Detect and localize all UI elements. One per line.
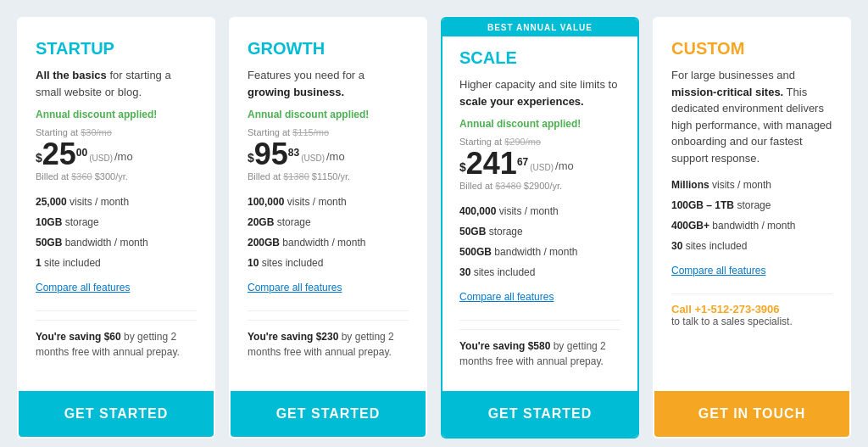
phone-suffix: to talk to a sales specialist.	[671, 316, 793, 327]
features-list-growth: 100,000 visits / month20GB storage200GB …	[248, 192, 409, 273]
plan-description-growth: Features you need for a growing business…	[248, 67, 409, 100]
plan-description-scale: Higher capacity and site limits to scale…	[459, 76, 620, 109]
feature-item: 50GB storage	[459, 221, 620, 242]
price-cents: 83	[288, 145, 299, 170]
feature-item: 100,000 visits / month	[248, 192, 409, 212]
plan-card-growth: GROWTHFeatures you need for a growing bu…	[229, 17, 427, 439]
feature-item: 200GB bandwidth / month	[248, 232, 409, 253]
spacer	[36, 382, 197, 391]
compare-link-custom[interactable]: Compare all features	[671, 265, 832, 277]
price-cents: 00	[76, 145, 87, 170]
annual-discount-growth: Annual discount applied!	[248, 109, 409, 120]
pricing-container: STARTUPAll the basics for starting a sma…	[17, 17, 851, 439]
compare-link-startup[interactable]: Compare all features	[36, 282, 197, 293]
savings-text-startup: You're saving $60 by getting 2 months fr…	[36, 320, 197, 368]
price-dollar: 241	[466, 148, 517, 179]
divider	[248, 310, 409, 311]
price-cents: 67	[517, 154, 528, 179]
annual-discount-scale: Annual discount applied!	[459, 118, 620, 130]
price-dollar: 25	[42, 139, 76, 170]
savings-text-growth: You're saving $230 by getting 2 months f…	[248, 320, 409, 368]
savings-text-scale: You're saving $580 by getting 2 months f…	[459, 329, 620, 377]
cta-button-custom[interactable]: GET IN TOUCH	[654, 391, 849, 437]
divider	[459, 320, 620, 321]
feature-item: 1 site included	[36, 253, 197, 273]
billed-at-growth: Billed at $1380 $1150/yr.	[248, 171, 409, 182]
price-mo: /mo	[555, 159, 574, 172]
compare-link-growth[interactable]: Compare all features	[248, 282, 409, 293]
feature-item: 20GB storage	[248, 212, 409, 232]
plan-description-startup: All the basics for starting a small webs…	[36, 67, 197, 100]
plan-card-custom: CUSTOMFor large businesses and mission-c…	[653, 17, 851, 439]
feature-item: 10 sites included	[248, 253, 409, 273]
price-row-scale: $ 241 67 (USD) /mo	[459, 148, 620, 179]
plan-card-scale: BEST ANNUAL VALUESCALEHigher capacity an…	[441, 17, 639, 439]
price-sup: $	[459, 160, 466, 174]
spacer	[248, 382, 409, 391]
price-dollar: 95	[254, 139, 288, 170]
plan-card-startup: STARTUPAll the basics for starting a sma…	[17, 17, 215, 439]
plan-name-startup: STARTUP	[36, 39, 197, 59]
feature-item: Millions visits / month	[671, 175, 832, 195]
feature-item: 400,000 visits / month	[459, 201, 620, 221]
cta-button-growth[interactable]: GET STARTED	[231, 391, 426, 437]
compare-link-scale[interactable]: Compare all features	[459, 291, 620, 303]
plan-name-growth: GROWTH	[248, 39, 409, 59]
feature-item: 400GB+ bandwidth / month	[671, 215, 832, 236]
feature-item: 50GB bandwidth / month	[36, 232, 197, 253]
feature-item: 30 sites included	[671, 236, 832, 256]
feature-item: 25,000 visits / month	[36, 192, 197, 212]
best-value-banner: BEST ANNUAL VALUE	[442, 19, 637, 36]
plan-description-custom: For large businesses and mission-critica…	[671, 67, 832, 166]
price-usd: (USD)	[301, 154, 325, 163]
price-mo: /mo	[326, 150, 345, 163]
price-sup: $	[248, 151, 254, 165]
price-row-growth: $ 95 83 (USD) /mo	[248, 139, 409, 170]
annual-discount-startup: Annual discount applied!	[36, 109, 197, 120]
billed-at-startup: Billed at $360 $300/yr.	[36, 171, 197, 182]
phone-link[interactable]: Call +1-512-273-3906	[671, 303, 780, 316]
price-row-startup: $ 25 00 (USD) /mo	[36, 139, 197, 170]
feature-item: 30 sites included	[459, 262, 620, 282]
divider	[671, 293, 832, 294]
plan-name-custom: CUSTOM	[671, 39, 832, 59]
features-list-custom: Millions visits / month100GB – 1TB stora…	[671, 175, 832, 256]
cta-button-scale[interactable]: GET STARTED	[442, 391, 637, 437]
features-list-scale: 400,000 visits / month50GB storage500GB …	[459, 201, 620, 282]
price-usd: (USD)	[89, 154, 113, 163]
feature-item: 100GB – 1TB storage	[671, 195, 832, 215]
plan-name-scale: SCALE	[459, 48, 620, 68]
price-sup: $	[36, 151, 42, 165]
cta-button-startup[interactable]: GET STARTED	[19, 391, 214, 437]
spacer	[671, 341, 832, 391]
features-list-startup: 25,000 visits / month10GB storage50GB ba…	[36, 192, 197, 273]
call-text: Call +1-512-273-3906 to talk to a sales …	[671, 303, 832, 327]
billed-at-scale: Billed at $3480 $2900/yr.	[459, 181, 620, 191]
feature-item: 10GB storage	[36, 212, 197, 232]
price-usd: (USD)	[530, 163, 554, 172]
divider	[36, 310, 197, 311]
price-mo: /mo	[114, 150, 133, 163]
feature-item: 500GB bandwidth / month	[459, 242, 620, 262]
